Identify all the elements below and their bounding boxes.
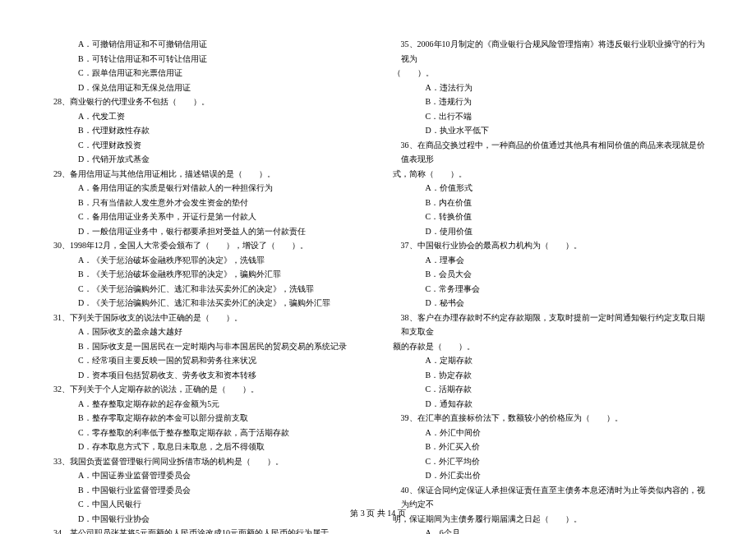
option-text: C．跟单信用证和光票信用证 <box>45 66 364 81</box>
option-text: D．资本项目包括贸易收支、劳务收支和资本转移 <box>45 368 364 383</box>
option-text: C．转换价值 <box>393 209 712 224</box>
option-text: B．违规行为 <box>393 94 712 109</box>
option-text: B．会员大会 <box>393 267 712 282</box>
option-text: D．外汇卖出价 <box>393 468 712 483</box>
option-text: D．《关于惩治骗购外汇、逃汇和非法买卖外汇的决定》，骗购外汇罪 <box>45 296 364 311</box>
question-text: 35、2006年10月制定的《商业银行合规风险管理指南》将违反银行业职业操守的行… <box>393 37 712 66</box>
option-text: D．秘书会 <box>393 296 712 311</box>
option-text: C．常务理事会 <box>393 282 712 297</box>
option-text: B．只有当借款人发生意外才会发生资金的垫付 <box>45 196 364 210</box>
page-footer: 第 3 页 共 14 页 <box>0 508 756 519</box>
option-text: B．《关于惩治破坏金融秩序犯罪的决定》，骗购外汇罪 <box>45 267 364 282</box>
option-text: B．外汇买入价 <box>393 440 712 454</box>
option-text: C．《关于惩治骗购外汇、逃汇和非法买卖外汇的决定》，洗钱罪 <box>45 282 364 297</box>
left-column: A．可撤销信用证和不可撤销信用证 B．可转让信用证和不可转让信用证 C．跟单信用… <box>45 37 364 534</box>
question-text: 34、某公司职员张某将5元面额的人民币涂改成10元面额的人民币的行为属于（ ）。 <box>45 526 364 534</box>
question-text: 32、下列关于个人定期存款的说法，正确的是（ ）。 <box>45 382 364 397</box>
option-text: B．代理财政性存款 <box>45 123 364 138</box>
option-text: D．使用价值 <box>393 224 712 239</box>
right-column: 35、2006年10月制定的《商业银行合规风险管理指南》将违反银行业职业操守的行… <box>393 37 712 534</box>
option-text: D．存本取息方式下，取息日未取息，之后不得领取 <box>45 440 364 454</box>
question-text: 37、中国银行业协会的最高权力机构为（ ）。 <box>393 238 712 253</box>
option-text: D．执业水平低下 <box>393 123 712 138</box>
option-text: B．协定存款 <box>393 368 712 383</box>
option-text: B．内在价值 <box>393 196 712 210</box>
option-text: D．通知存款 <box>393 397 712 412</box>
question-continuation: 式，简称（ ）。 <box>393 167 712 182</box>
question-text: 31、下列关于国际收支的说法中正确的是（ ）。 <box>45 311 364 325</box>
option-text: A．国际收支的盈余越大越好 <box>45 325 364 339</box>
option-text: A．理事会 <box>393 253 712 268</box>
option-text: B．可转让信用证和不可转让信用证 <box>45 52 364 67</box>
question-text: 30、1998年12月，全国人大常委会颁布了（ ），增设了（ ）。 <box>45 238 364 253</box>
option-text: A．违法行为 <box>393 81 712 95</box>
option-text: D．一般信用证业务中，银行都要承担对受益人的第一付款责任 <box>45 224 364 239</box>
question-continuation: （ ）。 <box>393 66 712 81</box>
question-continuation: 额的存款是（ ）。 <box>393 339 712 354</box>
question-text: 28、商业银行的代理业务不包括（ ）。 <box>45 94 364 109</box>
option-text: A．可撤销信用证和不可撤销信用证 <box>45 37 364 52</box>
option-text: A．6个月 <box>393 526 712 534</box>
option-text: C．外汇平均价 <box>393 454 712 469</box>
option-text: A．整存整取定期存款的起存金额为5元 <box>45 397 364 412</box>
question-text: 29、备用信用证与其他信用证相比，描述错误的是（ ）。 <box>45 167 364 182</box>
option-text: A．中国证券业监督管理委员会 <box>45 468 364 483</box>
option-text: B．整存零取定期存款的本金可以部分提前支取 <box>45 411 364 426</box>
option-text: C．零存整取的利率低于整存整取定期存款，高于活期存款 <box>45 426 364 440</box>
option-text: A．代发工资 <box>45 109 364 124</box>
option-text: D．保兑信用证和无保兑信用证 <box>45 81 364 95</box>
option-text: A．定期存款 <box>393 353 712 368</box>
option-text: C．经常项目主要反映一国的贸易和劳务往来状况 <box>45 353 364 368</box>
option-text: D．代销开放式基金 <box>45 152 364 167</box>
question-text: 33、我国负责监督管理银行间同业拆借市场的机构是（ ）。 <box>45 454 364 469</box>
option-text: B．国际收支是一国居民在一定时期内与非本国居民的贸易交易的系统记录 <box>45 339 364 354</box>
option-text: A．备用信用证的实质是银行对借款人的一种担保行为 <box>45 181 364 196</box>
two-column-layout: A．可撤销信用证和不可撤销信用证 B．可转让信用证和不可转让信用证 C．跟单信用… <box>45 37 711 534</box>
question-text: 38、客户在办理存款时不约定存款期限，支取时提前一定时间通知银行约定支取日期和支… <box>393 311 712 339</box>
option-text: C．活期存款 <box>393 382 712 397</box>
option-text: A．外汇中间价 <box>393 426 712 440</box>
option-text: A．价值形式 <box>393 181 712 196</box>
question-text: 36、在商品交换过程中，一种商品的价值通过其他具有相同价值的商品来表现就是价值表… <box>393 138 712 167</box>
option-text: C．代理财政投资 <box>45 138 364 153</box>
option-text: A．《关于惩治破坏金融秩序犯罪的决定》，洗钱罪 <box>45 253 364 268</box>
option-text: C．备用信用证业务关系中，开证行是第一付款人 <box>45 209 364 224</box>
question-text: 39、在汇率的直接标价法下，数额较小的价格应为（ ）。 <box>393 411 712 426</box>
option-text: C．出行不端 <box>393 109 712 124</box>
option-text: B．中国银行业监督管理委员会 <box>45 483 364 498</box>
